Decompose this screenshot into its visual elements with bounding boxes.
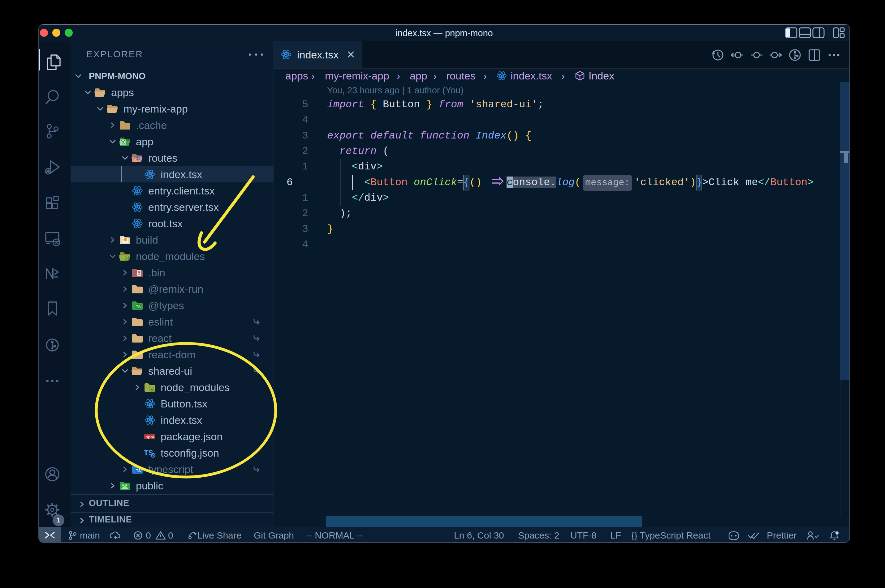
svg-text:TS: TS: [144, 448, 154, 457]
svg-text:10: 10: [137, 273, 140, 276]
svg-text:TS: TS: [136, 469, 140, 473]
svg-text:JS: JS: [150, 388, 154, 391]
svg-text:JS: JS: [125, 257, 129, 260]
svg-text:TS: TS: [136, 305, 140, 309]
svg-text:npm: npm: [146, 435, 154, 439]
